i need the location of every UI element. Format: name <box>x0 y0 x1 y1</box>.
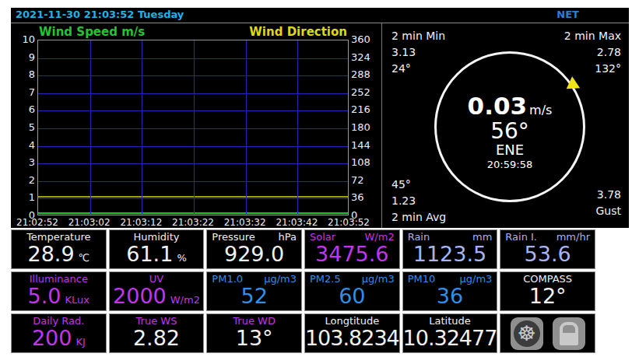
h-gridline <box>38 198 348 199</box>
cell-unit: mm/hr <box>556 231 590 243</box>
cell-value-unit: KJ <box>75 331 85 353</box>
right-axis-tick: 108 <box>351 156 377 168</box>
right-axis-tick: 324 <box>351 51 377 63</box>
v-gridline <box>142 40 142 215</box>
cell-value-row: 52 <box>207 285 301 308</box>
stat-speed: 3.13 <box>391 44 445 61</box>
right-axis-tick: 180 <box>351 121 377 133</box>
cell-value-row: 3475.6 <box>305 243 399 266</box>
cell-pm10: PM10µg/m336 <box>402 271 498 311</box>
cell-uv: UV2000W/m2 <box>109 271 205 311</box>
x-axis-tick: 21:03:12 <box>116 217 166 228</box>
left-axis-tick: 6 <box>12 103 35 115</box>
cell-true-ws: True WS2.82 <box>109 313 205 353</box>
cell-value: 28.9 <box>27 243 74 266</box>
cell-header: UV <box>110 273 204 285</box>
reading-time: 20:59:58 <box>434 159 585 170</box>
cell-header: PressurehPa <box>207 231 301 243</box>
lock-icon[interactable] <box>553 317 585 350</box>
left-axis-tick: 8 <box>12 68 35 80</box>
cell-value-row: 200KJ <box>12 327 106 353</box>
compass-readout: 0.03m/s 56° ENE 20:59:58 <box>434 92 585 170</box>
cell-label: Illuminance <box>30 273 88 285</box>
cell-header: Rain I.mm/hr <box>500 231 595 243</box>
sensor-grid: Temperature28.9℃Humidity61.1%PressurehPa… <box>11 229 595 353</box>
cell-label: Rain I. <box>505 231 537 243</box>
weather-station-screen: 2021-11-30 21:03:52 Tuesday NET Wind Spe… <box>0 0 639 364</box>
h-gridline <box>38 75 348 76</box>
cell-label: PM10 <box>408 273 436 285</box>
h-gridline <box>38 58 348 59</box>
settings-wheel-icon[interactable]: ☸ <box>511 317 543 350</box>
v-gridline <box>194 40 195 215</box>
h-gridline <box>38 128 348 129</box>
cell-unit: W/m2 <box>364 231 394 243</box>
stat-label: 2 min Avg <box>391 209 446 226</box>
cell-label: Rain <box>408 231 430 243</box>
x-axis-tick: 21:03:02 <box>65 217 114 228</box>
x-axis-tick: 21:02:52 <box>12 217 62 228</box>
cell-temperature: Temperature28.9℃ <box>11 229 107 269</box>
cell-value-row: 53.6 <box>500 243 595 266</box>
current-wind-speed: 0.03m/s <box>434 92 585 120</box>
cell-value-row: 36 <box>403 285 497 308</box>
cell-value: 61.1 <box>126 243 173 266</box>
cell-header: Latitude <box>403 315 497 327</box>
cell-value-row: 103.8234 <box>305 327 399 350</box>
stat-speed: 3.78 <box>595 187 621 203</box>
cell-value: 1123.5 <box>413 243 486 266</box>
cell-value-row: 61.1% <box>110 243 204 269</box>
cell-value-row: 2000W/m2 <box>110 285 204 311</box>
cell-solar: SolarW/m23475.6 <box>304 229 400 269</box>
cell-value-row: 5.0KLux <box>12 285 106 311</box>
cell-header: Longtitude <box>305 315 399 327</box>
x-axis-tick: 21:03:32 <box>220 217 270 228</box>
chart-title-wind-direction: Wind Direction <box>249 25 347 39</box>
right-axis-tick: 36 <box>351 191 377 203</box>
stat-speed: 2.78 <box>564 44 621 61</box>
h-gridline <box>38 146 348 147</box>
cell-pm25: PM2.5µg/m360 <box>304 271 400 311</box>
h-gridline <box>38 110 348 111</box>
x-axis-tick: 21:03:52 <box>324 217 374 228</box>
cell-value-row: 13° <box>207 327 301 350</box>
stat-direction: 45° <box>391 177 446 193</box>
cell-value-row: 2.82 <box>110 327 204 350</box>
current-wind-direction: 56° <box>434 118 585 144</box>
datetime-text: 2021-11-30 21:03:52 Tuesday <box>16 9 184 20</box>
cell-label: Latitude <box>429 315 471 327</box>
cell-value-unit: ℃ <box>79 247 90 269</box>
cell-label: COMPASS <box>523 273 572 285</box>
cell-value-row: 929.0 <box>207 243 301 266</box>
right-axis-tick: 144 <box>351 139 377 151</box>
right-axis-tick: 288 <box>351 68 377 80</box>
net-status-badge: NET <box>556 9 579 20</box>
cell-value: 929.0 <box>224 243 284 266</box>
wheel-glyph: ☸ <box>514 320 540 347</box>
cell-illuminance: Illuminance5.0KLux <box>11 271 107 311</box>
cell-value-row: 60 <box>305 285 399 308</box>
cell-value-unit: % <box>177 247 186 269</box>
main-panel: Wind Speed m/s Wind Direction 1098765432… <box>11 23 629 228</box>
cell-daily-rad: Daily Rad.200KJ <box>11 313 107 353</box>
padlock-glyph <box>560 322 578 345</box>
cell-pressure: PressurehPa929.0 <box>206 229 302 269</box>
stat-gust: 3.78 Gust <box>595 187 621 219</box>
cell-header: True WD <box>207 315 301 327</box>
cell-header: Illuminance <box>12 273 106 285</box>
left-axis-tick: 1 <box>12 191 35 203</box>
stat-2min-min: 2 min Min 3.13 24° <box>391 28 445 77</box>
wind-cardinal-direction: ENE <box>434 142 585 158</box>
wind-direction-trace <box>38 196 348 198</box>
cell-value: 12° <box>529 285 567 308</box>
stat-direction: 132° <box>564 61 621 77</box>
left-axis-tick: 3 <box>12 156 35 168</box>
cell-header: SolarW/m2 <box>305 231 399 243</box>
cell-value: 5.0 <box>28 285 61 308</box>
stat-label: Gust <box>595 203 621 219</box>
cell-header: PM1.0µg/m3 <box>207 273 301 285</box>
cell-label: True WD <box>233 315 276 327</box>
cell-pm1: PM1.0µg/m352 <box>206 271 302 311</box>
cell-value: 2000 <box>113 285 167 308</box>
cell-label: Pressure <box>212 231 255 243</box>
